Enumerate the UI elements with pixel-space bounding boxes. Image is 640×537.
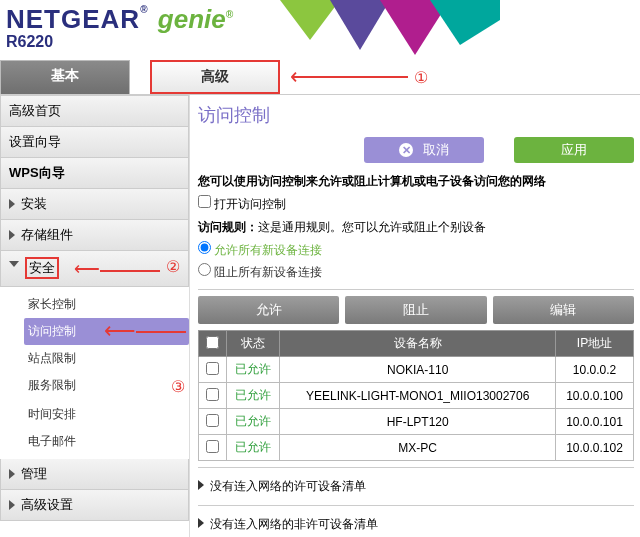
- page-title: 访问控制: [198, 97, 634, 133]
- annotation-1: ⟵ ①: [290, 60, 428, 94]
- col-name: 设备名称: [280, 331, 556, 357]
- tab-advanced[interactable]: 高级: [150, 60, 280, 94]
- caret-icon: [9, 500, 15, 510]
- row-device: YEELINK-LIGHT-MONO1_MIIO13002706: [280, 383, 556, 409]
- genie-logo: genie®: [158, 4, 233, 34]
- rule-line: 访问规则：这是通用规则。您可以允许或阻止个别设备: [198, 216, 634, 239]
- sub-email[interactable]: 电子邮件: [24, 428, 189, 455]
- caret-icon: [9, 469, 15, 479]
- decorative-triangles: [280, 0, 500, 58]
- x-icon: ✕: [399, 143, 413, 157]
- row-check[interactable]: [199, 409, 227, 435]
- security-submenu: 家长控制 访问控制 ⟵ 站点限制 服务限制③ 时间安排 电子邮件: [0, 287, 189, 459]
- svg-marker-0: [280, 0, 340, 40]
- sidebar-home[interactable]: 高级首页: [0, 95, 189, 127]
- description: 您可以使用访问控制来允许或阻止计算机或电子设备访问您的网络: [198, 171, 634, 192]
- sub-site[interactable]: 站点限制: [24, 345, 189, 372]
- allowed-offline-list[interactable]: 没有连入网络的许可设备清单: [198, 474, 634, 499]
- table-row: 已允许YEELINK-LIGHT-MONO1_MIIO1300270610.0.…: [199, 383, 634, 409]
- caret-icon: [198, 518, 204, 528]
- row-device: NOKIA-110: [280, 357, 556, 383]
- sidebar-wps[interactable]: WPS向导: [0, 158, 189, 189]
- caret-icon: [198, 480, 204, 490]
- row-ip: 10.0.0.2: [556, 357, 634, 383]
- cancel-button[interactable]: ✕取消: [364, 137, 484, 163]
- table-row: 已允许NOKIA-11010.0.0.2: [199, 357, 634, 383]
- sidebar-manage[interactable]: 管理: [0, 459, 189, 490]
- sidebar-storage[interactable]: 存储组件: [0, 220, 189, 251]
- caret-icon: [9, 199, 15, 209]
- sidebar-wizard[interactable]: 设置向导: [0, 127, 189, 158]
- row-ip: 10.0.0.100: [556, 383, 634, 409]
- row-ip: 10.0.0.101: [556, 409, 634, 435]
- tab-basic[interactable]: 基本: [0, 60, 130, 94]
- row-device: HF-LPT120: [280, 409, 556, 435]
- sub-parental[interactable]: 家长控制: [24, 291, 189, 318]
- row-check[interactable]: [199, 357, 227, 383]
- col-ip: IP地址: [556, 331, 634, 357]
- annotation-2: ⟵②: [74, 257, 180, 280]
- radio-block-new[interactable]: 阻止所有新设备连接: [198, 265, 322, 279]
- main-tabs: 基本 高级 ⟵ ①: [0, 60, 640, 95]
- block-button[interactable]: 阻止: [345, 296, 486, 324]
- svg-marker-3: [430, 0, 500, 45]
- row-ip: 10.0.0.102: [556, 435, 634, 461]
- apply-button[interactable]: 应用: [514, 137, 634, 163]
- row-device: MX-PC: [280, 435, 556, 461]
- table-row: 已允许MX-PC10.0.0.102: [199, 435, 634, 461]
- brand-logo: NETGEAR®: [6, 4, 149, 34]
- edit-button[interactable]: 编辑: [493, 296, 634, 324]
- blocked-offline-list[interactable]: 没有连入网络的非许可设备清单: [198, 512, 634, 537]
- sidebar-advset[interactable]: 高级设置: [0, 490, 189, 521]
- header: NETGEAR® genie® R6220: [0, 0, 640, 60]
- radio-allow-new[interactable]: 允许所有新设备连接: [198, 243, 322, 257]
- sub-access-control[interactable]: 访问控制 ⟵: [24, 318, 189, 345]
- annotation-3: ③: [171, 377, 185, 396]
- row-status: 已允许: [227, 383, 280, 409]
- caret-down-icon: [9, 261, 19, 272]
- sub-schedule[interactable]: 时间安排: [24, 401, 189, 428]
- device-table: 状态 设备名称 IP地址 已允许NOKIA-11010.0.0.2已允许YEEL…: [198, 330, 634, 461]
- svg-marker-1: [330, 0, 390, 50]
- sidebar-security[interactable]: 安全 ⟵②: [0, 251, 189, 287]
- sidebar: 高级首页 设置向导 WPS向导 安装 存储组件 安全 ⟵② 家长控制 访问控制 …: [0, 95, 190, 537]
- row-status: 已允许: [227, 357, 280, 383]
- row-status: 已允许: [227, 435, 280, 461]
- enable-checkbox[interactable]: 打开访问控制: [198, 197, 286, 211]
- col-status: 状态: [227, 331, 280, 357]
- row-check[interactable]: [199, 383, 227, 409]
- col-check[interactable]: [199, 331, 227, 357]
- sidebar-install[interactable]: 安装: [0, 189, 189, 220]
- sub-service[interactable]: 服务限制③: [24, 372, 189, 401]
- arrow-icon: ⟵: [104, 318, 186, 344]
- allow-button[interactable]: 允许: [198, 296, 339, 324]
- table-row: 已允许HF-LPT12010.0.0.101: [199, 409, 634, 435]
- row-check[interactable]: [199, 435, 227, 461]
- row-status: 已允许: [227, 409, 280, 435]
- caret-icon: [9, 230, 15, 240]
- content-panel: 访问控制 ✕取消 应用 您可以使用访问控制来允许或阻止计算机或电子设备访问您的网…: [190, 95, 640, 537]
